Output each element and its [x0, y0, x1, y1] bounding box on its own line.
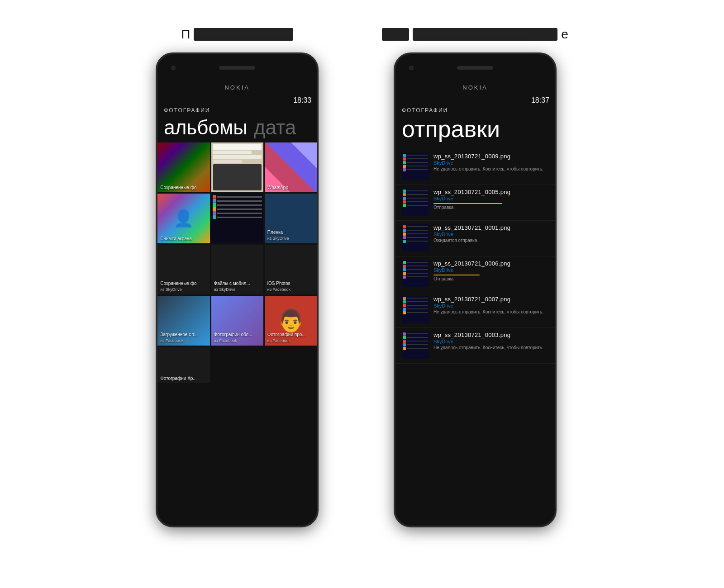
section-label-left: ФОТОГРАФИИ: [164, 107, 310, 114]
page-container: П NOKIA 18:33 ФОТОГРАФИИ: [0, 0, 724, 555]
album-label-fb-cloud: Фотографии обл...из Facebook: [214, 332, 252, 344]
send-info-0: wp_ss_20130721_0009.png SkyDrive Не удал…: [433, 153, 548, 171]
camera-dot: [171, 66, 176, 70]
album-cell-0[interactable]: Сохраненные фо: [157, 142, 210, 192]
album-cell-chr[interactable]: Фотографии Хр...: [157, 347, 210, 383]
send-info-3: wp_ss_20130721_0006.png SkyDrive Отправк…: [433, 260, 548, 281]
send-item-0[interactable]: wp_ss_20130721_0009.png SkyDrive Не удал…: [395, 149, 555, 185]
send-thumb-5: [402, 332, 429, 359]
screen-header-right: ФОТОГРАФИИ: [395, 105, 555, 116]
send-item-2[interactable]: wp_ss_20130721_0001.png SkyDrive Ожидает…: [395, 221, 555, 256]
send-thumb-2: [402, 224, 429, 251]
left-section-title: П: [181, 27, 293, 42]
send-item-4[interactable]: wp_ss_20130721_0007.png SkyDrive Не удал…: [395, 292, 555, 328]
album-cell-saved-sky[interactable]: Сохраненные фоиз SkyDrive: [157, 245, 210, 294]
album-cell-ios[interactable]: iOS Photosиз Facebook: [265, 245, 317, 294]
time-right: 18:37: [531, 96, 549, 104]
album-label-skydrive: Пленкаиз SkyDrive: [267, 229, 289, 242]
status-bar-right: 18:37: [395, 94, 555, 105]
phone-yellow-right-edge: [317, 81, 319, 389]
screen-left: 18:33 ФОТОГРАФИИ альбомы дата Сохраненны…: [157, 94, 317, 527]
album-label-chr: Фотографии Хр...: [160, 375, 197, 381]
album-label-uploaded: Загруженное с т...из Facebook: [160, 332, 198, 344]
phone-left: NOKIA 18:33 ФОТОГРАФИИ альбомы дата: [156, 52, 319, 527]
tab-albums[interactable]: альбомы: [164, 116, 248, 139]
send-item-1[interactable]: wp_ss_20130721_0005.png SkyDrive Отправк…: [395, 185, 555, 221]
album-label-ios: iOS Photosиз Facebook: [267, 280, 291, 293]
nokia-brand-left: NOKIA: [157, 81, 317, 94]
tabs-left[interactable]: альбомы дата: [157, 116, 317, 139]
speaker-grille-right: [457, 66, 493, 70]
screen-right: 18:37 ФОТОГРАФИИ отправки: [395, 94, 555, 527]
right-phone-section: е NOKIA 18:37 ФОТОГРАФИИ отправк: [382, 27, 568, 527]
album-label-screenshots: Снимки экрана: [160, 236, 192, 242]
send-service-2: SkyDrive: [433, 232, 548, 237]
send-status-4: Не удалось отправить. Коснитесь, чтобы п…: [433, 309, 548, 314]
send-thumb-0: [402, 153, 429, 180]
phone-right: NOKIA 18:37 ФОТОГРАФИИ отправки: [394, 52, 557, 527]
album-label-fb-profile: Фотографии про...из Facebook: [267, 332, 306, 344]
section-label-right: ФОТОГРАФИИ: [402, 107, 548, 114]
send-status-2: Ожидается отправка: [433, 238, 548, 243]
album-cell-fb-cloud[interactable]: Фотографии обл...из Facebook: [211, 296, 263, 346]
album-cell-uploaded[interactable]: Загруженное с т...из Facebook: [157, 296, 210, 346]
page-title-area: отправки: [395, 116, 555, 147]
send-status-0: Не удалось отправить. Коснитесь, чтобы п…: [433, 166, 548, 171]
status-bar-left: 18:33: [157, 94, 317, 105]
album-cell-mobile-sky[interactable]: Файлы с мобил...из SkyDrive: [211, 245, 263, 294]
screen-header-left: ФОТОГРАФИИ: [157, 105, 317, 116]
send-thumb-3: [402, 260, 429, 287]
camera-dot-right: [409, 66, 414, 70]
right-title-bar-2: [413, 28, 557, 41]
send-info-1: wp_ss_20130721_0005.png SkyDrive Отправк…: [433, 189, 548, 210]
album-cell-fb-profile[interactable]: 👨 Фотографии про...из Facebook: [265, 296, 317, 346]
send-filename-1: wp_ss_20130721_0005.png: [433, 189, 548, 195]
phone-yellow-left-edge: [156, 81, 157, 389]
phone-top-bar: [157, 54, 317, 81]
phone-top-bar-right: [395, 54, 555, 81]
send-status-1: Отправка: [433, 205, 548, 210]
phone-yellow-right-edge-2: [555, 81, 557, 389]
send-filename-2: wp_ss_20130721_0001.png: [433, 224, 548, 231]
phone-yellow-left-edge-2: [394, 81, 395, 389]
send-filename-0: wp_ss_20130721_0009.png: [433, 153, 548, 160]
album-label-whatsapp: WhatsApp: [267, 185, 288, 190]
left-phone-section: П NOKIA 18:33 ФОТОГРАФИИ: [156, 27, 319, 527]
album-cell-whatsapp[interactable]: WhatsApp: [265, 142, 317, 192]
send-info-5: wp_ss_20130721_0003.png SkyDrive Не удал…: [433, 332, 548, 350]
send-status-5: Не удалось отправить. Коснитесь, чтобы п…: [433, 345, 548, 350]
right-title-suffix: е: [561, 27, 568, 42]
left-title-redacted-bar: [194, 28, 293, 41]
send-filename-4: wp_ss_20130721_0007.png: [433, 296, 548, 303]
send-service-3: SkyDrive: [433, 267, 548, 273]
send-item-5[interactable]: wp_ss_20130721_0003.png SkyDrive Не удал…: [395, 328, 555, 364]
left-title-prefix: П: [181, 27, 190, 42]
album-label-0: Сохраненные фо: [160, 185, 196, 190]
send-progress-3: [433, 275, 480, 275]
time-left: 18:33: [293, 96, 311, 104]
send-service-1: SkyDrive: [433, 196, 548, 201]
send-item-3[interactable]: wp_ss_20130721_0006.png SkyDrive Отправк…: [395, 256, 555, 292]
album-cell-1[interactable]: [211, 142, 263, 192]
send-progress-1: [433, 203, 502, 204]
send-filename-3: wp_ss_20130721_0006.png: [433, 260, 548, 267]
album-cell-skydrive[interactable]: Пленкаиз SkyDrive: [265, 194, 317, 243]
send-list: wp_ss_20130721_0009.png SkyDrive Не удал…: [395, 147, 555, 365]
right-section-title: е: [382, 27, 568, 42]
nokia-brand-right: NOKIA: [395, 81, 555, 94]
album-cell-paint[interactable]: 👤 Снимки экрана: [157, 194, 210, 243]
send-thumb-1: [402, 189, 429, 216]
album-label-mobile-sky: Файлы с мобил...из SkyDrive: [214, 280, 250, 293]
send-status-3: Отправка: [433, 276, 548, 281]
send-filename-5: wp_ss_20130721_0003.png: [433, 332, 548, 338]
album-label-saved-sky: Сохраненные фоиз SkyDrive: [160, 280, 196, 293]
album-cell-screenshot[interactable]: [211, 194, 263, 243]
send-service-4: SkyDrive: [433, 303, 548, 308]
send-service-5: SkyDrive: [433, 339, 548, 344]
albums-grid: Сохраненные фо: [157, 139, 317, 383]
right-title-bar-1: [382, 28, 409, 41]
send-service-0: SkyDrive: [433, 160, 548, 166]
send-page-title: отправки: [402, 116, 548, 142]
speaker-grille: [219, 66, 255, 70]
tab-date[interactable]: дата: [254, 116, 296, 139]
